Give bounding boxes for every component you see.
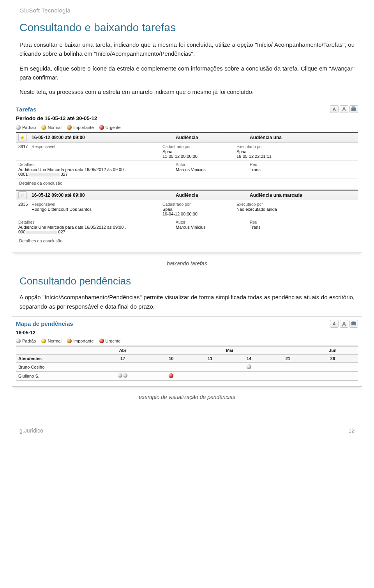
task1-det-2b: 027 [60,172,67,177]
font-larger-button[interactable]: A [340,105,348,113]
star-filled-icon: ★ [20,135,25,140]
pend-day-21: 21 [268,354,307,362]
pend-row2-d10[interactable] [152,371,191,380]
task1-resp-label: Responsável [32,144,158,149]
dot-urgente-icon [99,125,104,130]
dot-padrao-icon [16,339,21,343]
brand-name: GiuSoft Tecnologia [19,7,355,14]
pend-row1-d14[interactable] [229,362,268,371]
pend-month-row: Abr Mai Jun [16,346,358,355]
task2-exec-by: Não executado ainda [236,207,277,212]
task1-reu-label: Réu [250,162,356,167]
font-smaller-button[interactable]: A [330,105,339,113]
printer-icon [351,108,356,111]
pend-col-atend: Atendentes [16,354,94,362]
task1-exec-dt: 16-05-12 22:21:11 [236,154,272,159]
pend-row-1: Bruno Coelho [16,362,358,371]
dot-padrao-icon [123,373,127,378]
task2-cad-by: Spaa [162,207,173,212]
tarefas-period: Período de 16-05-12 até 30-05-12 [16,115,358,121]
print-button[interactable] [349,105,358,113]
footer-page: 12 [348,427,355,434]
dot-urgente-icon [169,373,173,378]
task2-reu: Trans [250,225,261,230]
dot-normal-icon [41,125,46,130]
pend-day-14: 14 [229,354,268,362]
task2-autor-label: Autor [176,220,245,224]
task1-reu: Trans [250,167,261,172]
dot-importante-icon [67,339,72,343]
redacted-icon [28,173,60,177]
print-button[interactable] [349,320,358,328]
task1-cad-label: Cadastrado por [162,144,232,149]
pend-title: Mapa de pendências [16,320,73,327]
printer-icon [351,322,356,325]
task1-autor-label: Autor [176,162,245,167]
pend-date: 16-05-12 [16,330,358,335]
pend-day-row: Atendentes 17 10 11 14 21 26 [16,354,358,362]
font-smaller-button[interactable]: A [330,320,339,328]
redacted-icon [26,231,57,234]
pend-row-2: Giuliano S. [16,371,358,380]
dot-urgente-icon [99,339,104,343]
task2-time: 16-05-12 09:00 até 09:00 [29,191,173,200]
task1-det-1: Audiência Una Marcada para data 16/05/20… [18,167,126,172]
task2-conclusao: Detalhes da conclusão [16,236,358,247]
dot-padrao-icon [118,373,122,378]
task-block-1: ★ 16-05-12 09:00 até 09:00 Audiência Aud… [16,132,358,190]
task2-cad-dt: 16-04-12 00:00:00 [162,212,198,216]
task2-star-button[interactable]: ☆ [18,191,27,199]
task1-time: 16-05-12 09:00 até 09:00 [29,133,173,142]
pend-legend-padrao: Padrão [22,339,36,343]
pend-toolbar: A A [330,320,358,328]
task2-det-label: Detalhes [18,220,171,224]
pend-col-mai: Mai [152,346,307,355]
pend-legend-urgente: Urgente [106,339,121,343]
pend-legend-normal: Normal [48,339,61,343]
tarefas-toolbar: A A [330,105,358,113]
font-larger-button[interactable]: A [340,320,348,328]
task1-id: 3617 [16,143,29,160]
pend-row2-d17[interactable] [94,371,152,380]
star-outline-icon: ☆ [20,192,25,198]
dot-padrao-icon [247,364,251,369]
task2-reu-label: Réu [250,220,356,224]
task2-id: 2835 [16,200,29,218]
task2-resp-label: Responsável [32,202,158,207]
paragraph-2: Em seguida, clique sobre o ícone da estr… [19,64,355,82]
pend-day-26: 26 [307,354,358,362]
task1-cad-by: Spaa [162,149,173,154]
pend-col-jun: Jun [307,346,358,355]
pend-row1-name: Bruno Coelho [16,362,94,371]
paragraph-1: Para consultar e baixar uma tarefa, indi… [19,40,355,58]
task1-cad-dt: 11-05-12 00:00:00 [162,154,198,159]
tarefas-title: Tarefas [16,106,36,113]
task1-star-button[interactable]: ★ [18,134,27,141]
legend-padrao: Padrão [22,125,36,130]
pend-col-abr: Abr [94,346,152,355]
task2-type: Audiência [173,191,247,200]
dot-importante-icon [67,125,72,130]
task1-desc: Audiência una [247,133,358,142]
task-block-2: ☆ 16-05-12 09:00 até 09:00 Audiência Aud… [16,190,358,247]
task1-det-2a: 0001 [18,172,28,177]
task1-exec-label: Executado por [236,144,356,149]
task2-det-2b: 027 [58,230,65,234]
pend-day-11: 11 [191,354,229,362]
pend-row2-name: Giuliano S. [16,371,94,380]
task1-conclusao: Detalhes da conclusão [16,178,358,190]
task1-det-label: Detalhes [18,162,171,167]
section2-title: Consultando pendências [19,275,355,287]
task2-desc: Audiência una marcada [247,191,358,200]
tarefas-legend: Padrão Normal Importante Urgente [16,125,358,130]
task1-type: Audiência [173,133,247,142]
pend-day-10: 10 [152,354,191,362]
task2-cad-label: Cadastrado por [162,202,232,207]
pend-day-17: 17 [94,354,152,362]
dot-padrao-icon [16,125,21,130]
dot-normal-icon [41,339,46,343]
section1-title: Consultando e baixando tarefas [19,21,355,34]
pend-legend: Padrão Normal Importante Urgente [16,339,358,343]
footer-left: g.Jurídico [19,427,43,434]
task2-autor: Marcus Vinicius [176,225,206,230]
